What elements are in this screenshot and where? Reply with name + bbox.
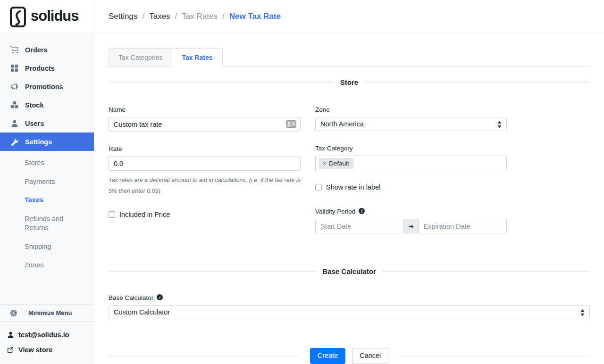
megaphone-icon	[10, 83, 18, 91]
form-right-column: Zone North America Tax Category × Defaul…	[315, 106, 507, 233]
zone-field-group: Zone North America	[315, 106, 507, 131]
remove-tag-icon[interactable]: ×	[323, 160, 326, 167]
sidebar-item-label: Stock	[25, 101, 44, 109]
info-icon[interactable]: i	[359, 208, 365, 214]
base-calculator-label: Base Calculator	[109, 294, 153, 301]
base-calculator-select[interactable]: Custom Calculator	[109, 305, 590, 319]
divider	[109, 82, 335, 83]
store-section-heading: Store	[109, 78, 590, 86]
zone-label: Zone	[315, 106, 507, 113]
divider	[109, 271, 317, 272]
tax-category-tag-label: Default	[329, 160, 349, 167]
grid-icon	[10, 64, 18, 72]
sidebar-item-taxes[interactable]: Taxes	[0, 191, 94, 210]
breadcrumb-separator: /	[142, 12, 144, 21]
name-input[interactable]	[109, 117, 301, 132]
validity-period-label: Validity Period	[315, 208, 355, 215]
tab-tax-categories[interactable]: Tax Categories	[109, 48, 172, 66]
view-store-label: View store	[18, 346, 52, 354]
breadcrumb-separator: /	[222, 12, 225, 21]
divider	[400, 356, 590, 356]
minimize-menu-button[interactable]: Minimize Menu	[0, 304, 94, 322]
main-area: Settings / Taxes / Tax Rates / New Tax R…	[94, 0, 604, 364]
sidebar-item-stores[interactable]: Stores	[0, 154, 94, 173]
start-date-input[interactable]	[315, 219, 403, 233]
external-link-icon	[7, 347, 14, 353]
cubes-icon	[10, 101, 18, 109]
validity-period-field-group: Validity Period i ➔	[315, 208, 507, 233]
tab-bar: Tax Categories Tax Rates	[109, 48, 590, 67]
settings-subnav: Stores Payments Taxes Refunds and Return…	[0, 151, 94, 277]
show-rate-in-label-label: Show rate in label	[326, 183, 380, 191]
section-title-base-calculator: Base Calculator	[317, 267, 381, 275]
sidebar-item-label: Users	[25, 120, 44, 127]
sidebar-item-label: Products	[25, 65, 55, 72]
base-calculator-field-group: Base Calculator i Custom Calculator	[109, 294, 590, 319]
contact-card-icon[interactable]	[286, 120, 296, 129]
wrench-icon	[10, 138, 18, 146]
sidebar-item-label: Promotions	[25, 83, 63, 91]
tax-category-tag: × Default	[319, 158, 353, 169]
sidebar-item-settings[interactable]: Settings	[0, 132, 94, 151]
arrow-right-icon: ➔	[403, 219, 419, 233]
show-rate-in-label-checkbox[interactable]	[315, 184, 322, 190]
sidebar-item-products[interactable]: Products	[0, 59, 94, 77]
breadcrumb-separator: /	[175, 12, 177, 21]
sidebar: solidus Orders Products Promotions Stock	[0, 0, 94, 364]
rate-field-group: Rate Tax rates are a decimal amount to a…	[109, 145, 301, 196]
name-label: Name	[109, 106, 301, 113]
sidebar-item-refunds-and-returns[interactable]: Refunds and Returns	[0, 210, 94, 238]
sidebar-item-payments[interactable]: Payments	[0, 173, 94, 191]
breadcrumb: Settings / Taxes / Tax Rates / New Tax R…	[109, 12, 281, 21]
chevron-left-circle-icon	[10, 310, 17, 316]
tax-category-multiselect[interactable]: × Default	[315, 156, 507, 171]
base-calculator-selected-value: Custom Calculator	[114, 308, 170, 316]
breadcrumb-settings[interactable]: Settings	[109, 12, 137, 21]
form-left-column: Name Rate Tax rates are a decimal amount…	[109, 106, 301, 233]
breadcrumb-new-tax-rate: New Tax Rate	[229, 12, 281, 21]
tax-rate-form: Name Rate Tax rates are a decimal amount…	[109, 106, 590, 233]
user-icon	[7, 331, 14, 338]
view-store-link[interactable]: View store	[7, 342, 94, 357]
sidebar-item-promotions[interactable]: Promotions	[0, 77, 94, 96]
cancel-button[interactable]: Cancel	[352, 348, 388, 364]
topbar: Settings / Taxes / Tax Rates / New Tax R…	[94, 0, 604, 33]
sidebar-item-orders[interactable]: Orders	[0, 41, 94, 59]
info-icon[interactable]: i	[157, 294, 163, 300]
sidebar-item-shipping[interactable]: Shipping	[0, 238, 94, 256]
divider	[364, 82, 590, 83]
included-in-price-label: Included in Price	[119, 211, 170, 218]
logo[interactable]: solidus	[0, 0, 94, 34]
sidebar-item-label: Orders	[25, 46, 48, 54]
logo-wordmark: solidus	[31, 8, 79, 25]
zone-select[interactable]: North America	[315, 117, 507, 131]
sidebar-item-stock[interactable]: Stock	[0, 96, 94, 114]
page-content: Tax Categories Tax Rates Store Name	[94, 33, 604, 364]
validity-period-range: ➔	[315, 219, 507, 233]
create-button[interactable]: Create	[310, 348, 346, 364]
user-icon	[10, 119, 18, 127]
included-in-price-checkbox[interactable]	[109, 211, 115, 218]
form-actions: Create Cancel	[109, 348, 590, 364]
tax-category-label: Tax Category	[315, 145, 507, 152]
sidebar-item-label: Settings	[25, 138, 52, 146]
expiration-date-input[interactable]	[419, 219, 507, 233]
rate-input[interactable]	[109, 156, 301, 171]
minimize-menu-label: Minimize Menu	[28, 309, 72, 316]
included-in-price-row[interactable]: Included in Price	[109, 211, 301, 218]
divider	[109, 356, 299, 356]
sidebar-item-zones[interactable]: Zones	[0, 256, 94, 275]
sidebar-footer: test@solidus.io View store	[0, 322, 94, 364]
tax-category-field-group: Tax Category × Default	[315, 145, 507, 171]
breadcrumb-tax-rates[interactable]: Tax Rates	[182, 12, 218, 21]
sidebar-nav: Orders Products Promotions Stock Users	[0, 34, 94, 277]
divider	[382, 271, 590, 272]
account-link[interactable]: test@solidus.io	[7, 327, 94, 342]
show-rate-in-label-row[interactable]: Show rate in label	[315, 183, 507, 191]
sidebar-bottom: Minimize Menu test@solidus.io View store	[0, 304, 94, 364]
select-chevrons-icon	[580, 309, 585, 318]
sidebar-item-users[interactable]: Users	[0, 114, 94, 132]
name-field-group: Name	[109, 106, 301, 132]
breadcrumb-taxes[interactable]: Taxes	[149, 12, 170, 21]
tab-tax-rates[interactable]: Tax Rates	[172, 48, 222, 67]
